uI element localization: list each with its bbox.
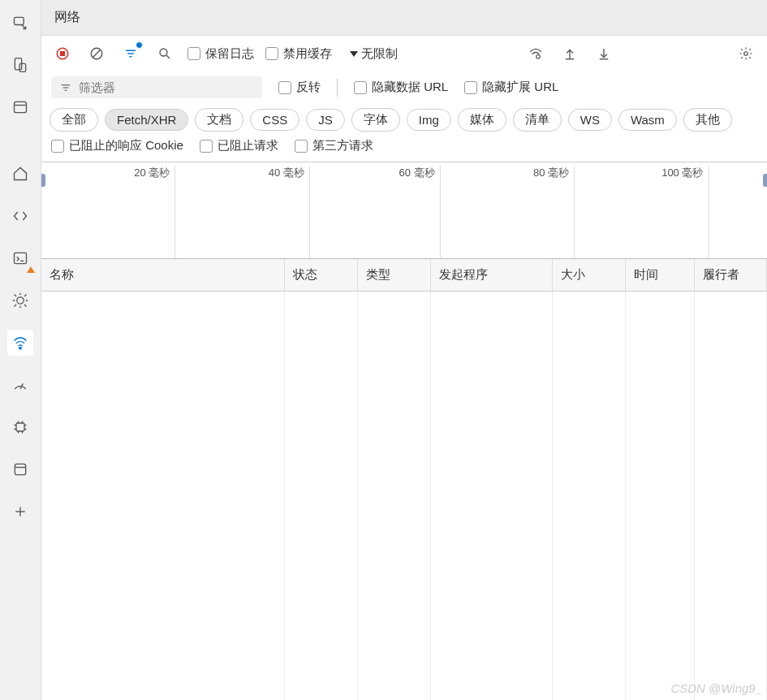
svg-rect-2 — [19, 63, 25, 71]
col-header-name[interactable]: 名称 — [41, 259, 285, 291]
type-filter-pill[interactable]: 清单 — [513, 108, 562, 132]
record-button[interactable] — [51, 42, 74, 65]
sidebar-item-elements[interactable] — [7, 203, 33, 229]
preserve-log-checkbox[interactable]: 保留日志 — [187, 46, 254, 62]
type-filter-pill[interactable]: 全部 — [50, 108, 98, 132]
filter-toggle-button[interactable] — [119, 42, 142, 65]
filter-icon — [59, 81, 72, 94]
watermark: CSDN @Wing9_ — [670, 681, 762, 695]
col-header-time[interactable]: 时间 — [626, 259, 695, 291]
col-header-initiator[interactable]: 发起程序 — [431, 259, 553, 291]
svg-rect-10 — [15, 464, 25, 474]
checkbox-icon — [187, 47, 200, 60]
hide-ext-urls-checkbox[interactable]: 隐藏扩展 URL — [464, 80, 558, 95]
extra-filter-bar: 已阻止的响应 Cookie 已阻止请求 第三方请求 — [41, 132, 767, 162]
svg-point-23 — [536, 55, 540, 59]
activity-bar — [0, 0, 41, 700]
type-filter-bar: 全部Fetch/XHR文档CSSJS字体Img媒体清单WSWasm其他 — [41, 103, 767, 132]
throttling-dropdown[interactable]: 无限制 — [343, 45, 404, 63]
disable-cache-label: 禁用缓存 — [283, 46, 332, 62]
type-filter-pill[interactable]: WS — [568, 109, 612, 131]
col-header-status[interactable]: 状态 — [285, 259, 358, 291]
dropdown-icon — [350, 51, 358, 57]
checkbox-icon — [354, 81, 367, 94]
checkbox-icon — [278, 81, 291, 94]
type-filter-pill[interactable]: CSS — [250, 109, 299, 131]
invert-checkbox[interactable]: 反转 — [278, 80, 321, 95]
filter-bar: 反转 隐藏数据 URL 隐藏扩展 URL — [41, 71, 767, 103]
timeline-tick: 60 毫秒 — [399, 166, 441, 260]
sidebar-item-welcome[interactable] — [7, 161, 33, 187]
checkbox-icon — [200, 140, 213, 153]
sidebar-item-inspect[interactable] — [7, 10, 33, 36]
blocked-cookies-label: 已阻止的响应 Cookie — [69, 138, 183, 153]
svg-point-6 — [17, 297, 24, 304]
col-header-size[interactable]: 大小 — [553, 259, 626, 291]
sidebar-item-device[interactable] — [7, 52, 33, 78]
throttling-label: 无限制 — [361, 46, 398, 62]
checkbox-icon — [464, 81, 477, 94]
waterfall-timeline[interactable]: 20 毫秒40 毫秒60 毫秒80 毫秒100 毫秒 — [41, 162, 767, 259]
type-filter-pill[interactable]: 媒体 — [458, 108, 506, 132]
col-header-type[interactable]: 类型 — [358, 259, 431, 291]
type-filter-pill[interactable]: 文档 — [195, 108, 243, 132]
type-filter-pill[interactable]: Fetch/XHR — [105, 109, 188, 131]
filter-input[interactable] — [79, 80, 254, 94]
requests-table-body — [41, 292, 767, 700]
blocked-requests-checkbox[interactable]: 已阻止请求 — [200, 138, 278, 153]
sidebar-item-add[interactable] — [7, 499, 33, 525]
divider — [337, 79, 338, 97]
timeline-tick: 40 毫秒 — [269, 166, 310, 260]
type-filter-pill[interactable]: 其他 — [683, 108, 732, 132]
svg-rect-15 — [60, 51, 65, 56]
timeline-handle-left[interactable] — [41, 174, 45, 187]
blocked-cookies-checkbox[interactable]: 已阻止的响应 Cookie — [51, 138, 183, 153]
tab-network[interactable]: 网络 — [54, 9, 80, 26]
sidebar-item-network[interactable] — [7, 330, 33, 356]
svg-line-17 — [93, 50, 101, 58]
svg-point-28 — [744, 52, 748, 56]
sidebar-item-debugger[interactable] — [7, 287, 33, 313]
third-party-label: 第三方请求 — [312, 138, 373, 153]
hide-ext-urls-label: 隐藏扩展 URL — [482, 80, 558, 95]
export-har-button[interactable] — [592, 42, 615, 65]
hide-data-urls-checkbox[interactable]: 隐藏数据 URL — [354, 80, 448, 95]
type-filter-pill[interactable]: Img — [407, 109, 451, 131]
svg-point-7 — [19, 347, 22, 349]
blocked-requests-label: 已阻止请求 — [218, 138, 278, 153]
col-header-fulfiller[interactable]: 履行者 — [695, 259, 767, 291]
sidebar-item-window[interactable] — [7, 94, 33, 120]
hide-data-urls-label: 隐藏数据 URL — [372, 80, 448, 95]
network-toolbar: 保留日志 禁用缓存 无限制 — [41, 36, 767, 71]
preserve-log-label: 保留日志 — [205, 46, 254, 62]
svg-rect-0 — [15, 17, 24, 24]
sidebar-item-application[interactable] — [7, 456, 33, 482]
svg-line-22 — [166, 55, 170, 58]
third-party-checkbox[interactable]: 第三方请求 — [295, 138, 373, 153]
type-filter-pill[interactable]: Wasm — [618, 109, 677, 131]
import-har-button[interactable] — [558, 42, 581, 65]
type-filter-pill[interactable]: JS — [306, 109, 345, 131]
timeline-tick: 20 毫秒 — [134, 166, 175, 260]
timeline-handle-right[interactable] — [763, 174, 767, 187]
svg-rect-5 — [15, 253, 27, 263]
search-button[interactable] — [153, 42, 176, 65]
checkbox-icon — [51, 140, 64, 153]
checkbox-icon — [295, 140, 308, 153]
warning-badge-icon — [27, 266, 35, 273]
requests-table-header: 名称 状态 类型 发起程序 大小 时间 履行者 — [41, 259, 767, 292]
sidebar-item-performance[interactable] — [7, 372, 33, 398]
filter-input-wrap[interactable] — [51, 76, 262, 98]
filter-badge-icon — [136, 41, 143, 49]
sidebar-item-console[interactable] — [7, 245, 33, 271]
disable-cache-checkbox[interactable]: 禁用缓存 — [265, 46, 332, 62]
type-filter-pill[interactable]: 字体 — [351, 108, 400, 132]
checkbox-icon — [265, 47, 278, 60]
clear-button[interactable] — [85, 42, 108, 65]
svg-rect-3 — [15, 102, 27, 112]
sidebar-item-memory[interactable] — [7, 414, 33, 440]
svg-rect-9 — [16, 423, 24, 431]
network-conditions-button[interactable] — [524, 42, 547, 65]
invert-label: 反转 — [296, 80, 321, 95]
settings-button[interactable] — [735, 42, 757, 65]
